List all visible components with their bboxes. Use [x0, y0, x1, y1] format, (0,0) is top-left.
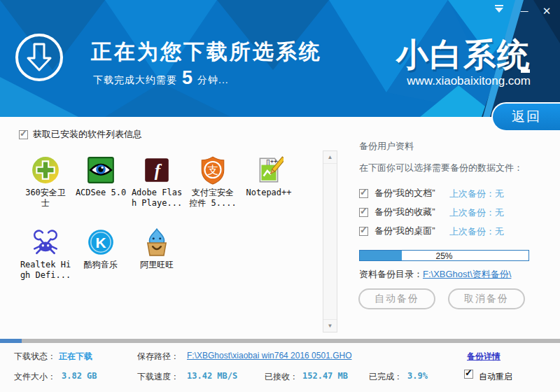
backup-directory-link[interactable]: F:\XBGhost\资料备份\	[423, 268, 511, 281]
last-backup-status: 上次备份：无	[449, 188, 504, 200]
software-list-checkbox-label: 获取已安装的软件列表信息	[33, 128, 142, 141]
ali-wangwang-icon	[142, 227, 172, 257]
last-backup-status: 上次备份：无	[449, 225, 504, 238]
software-item-label: 酷狗音乐	[71, 260, 130, 270]
realtek-audio-icon	[31, 227, 60, 257]
backup-progress-label: 25%	[360, 251, 528, 262]
backup-directory-label: 资料备份目录：	[359, 268, 423, 281]
eta-prefix: 下载完成大约需要	[93, 72, 177, 88]
backup-option-label: 备份“我的收藏”	[374, 206, 435, 218]
auto-backup-button[interactable]: 自动备份	[358, 288, 435, 309]
window-controls: ─ ✕	[494, 3, 554, 20]
software-item[interactable]: Realtek Hi gh Defi...	[16, 227, 75, 281]
software-item-label: 阿里旺旺	[127, 260, 186, 270]
software-item-label: Notepad++	[239, 188, 298, 198]
collapse-window-icon[interactable]	[494, 4, 510, 19]
svg-text:∏++: ∏++	[267, 158, 277, 165]
file-size-value: 3.82 GB	[62, 371, 97, 381]
download-eta: 下载完成大约需要 5 分钟...	[93, 69, 229, 88]
cancel-backup-button[interactable]: 取消备份	[448, 288, 525, 309]
software-item[interactable]: ∏++ Notepad++	[239, 155, 298, 198]
backup-panel-subtitle: 在下面你可以选择需要备份的数据文件：	[359, 162, 523, 174]
backup-option-label: 备份“我的桌面”	[374, 225, 435, 237]
brand-logo: 小白系统	[378, 34, 531, 77]
download-circle-icon	[15, 34, 63, 81]
last-backup-status: 上次备份：无	[449, 206, 504, 219]
acdsee-icon	[86, 155, 115, 185]
brand-website: www.xiaobaixitong.com	[378, 74, 531, 88]
received-value: 152.47 MB	[302, 371, 348, 381]
eta-minutes: 5	[182, 69, 192, 88]
backup-option-favorites: 备份“我的收藏” 上次备份：无	[359, 206, 541, 218]
software-item-label: 360安全卫 士	[16, 188, 75, 209]
close-icon[interactable]: ✕	[539, 4, 554, 19]
auto-restart-label: 自动重启	[479, 371, 512, 383]
download-speed-label: 下载速度：	[137, 371, 179, 383]
status-bar: 下载状态： 正在下载 保存路径： F:\XBGhost\xiaobai win7…	[0, 343, 560, 392]
file-size-label: 文件大小：	[14, 371, 56, 383]
360-safe-icon	[31, 155, 60, 185]
scrollbar-down-icon[interactable]: ▼	[323, 319, 337, 332]
software-list-checkbox[interactable]	[19, 130, 28, 139]
scrollbar-up-icon[interactable]: ▲	[323, 151, 337, 164]
save-path-link[interactable]: F:\XBGhost\xiaobai win764 2016 0501.GHO	[187, 351, 351, 360]
backup-option-documents: 备份“我的文档” 上次备份：无	[359, 187, 541, 200]
backup-option-label: 备份“我的文档”	[374, 187, 435, 200]
backup-favorites-checkbox[interactable]	[359, 208, 368, 217]
header: ─ ✕ 正在为您下载所选系统 下载完成大约需要 5 分钟... 小白系统 www…	[0, 0, 560, 117]
download-speed-value: 13.42 MB/S	[187, 371, 237, 381]
back-button[interactable]: 返回	[491, 102, 560, 132]
svg-text:支: 支	[207, 164, 218, 176]
auto-restart-checkbox[interactable]	[464, 370, 473, 379]
adobe-flash-icon: f	[142, 155, 172, 185]
backup-details-link[interactable]: 备份详情	[467, 351, 500, 363]
software-list-scrollbar[interactable]: ▲ ▼	[323, 150, 337, 332]
software-item[interactable]: K 酷狗音乐	[71, 227, 130, 270]
main-content: 获取已安装的软件列表信息 360安全卫 士	[0, 117, 560, 339]
software-item[interactable]: 支 支付宝安全 控件 5....	[183, 155, 242, 209]
received-label: 已接收：	[265, 371, 298, 383]
backup-desktop-checkbox[interactable]	[359, 227, 368, 236]
download-status-label: 下载状态：	[14, 351, 56, 363]
page-title: 正在为您下载所选系统	[91, 38, 322, 66]
software-item-label: Realtek Hi gh Defi...	[16, 260, 75, 281]
logo-underscore	[521, 69, 530, 73]
software-item-label: 支付宝安全 控件 5....	[183, 188, 242, 209]
software-item[interactable]: 360安全卫 士	[16, 155, 75, 209]
software-item[interactable]: ACDSee 5.0	[71, 155, 130, 198]
minimize-icon[interactable]: ─	[517, 4, 532, 19]
software-list-checkbox-row: 获取已安装的软件列表信息	[19, 128, 142, 141]
download-status-value: 正在下载	[59, 351, 92, 363]
backup-option-desktop: 备份“我的桌面” 上次备份：无	[359, 225, 541, 237]
notepad-plus-icon: ∏++	[254, 155, 284, 185]
software-item[interactable]: f Adobe Flas h Playe...	[127, 155, 186, 209]
alipay-shield-icon: 支	[198, 155, 227, 185]
app-window: ─ ✕ 正在为您下载所选系统 下载完成大约需要 5 分钟... 小白系统 www…	[0, 0, 560, 392]
completed-value: 3.9%	[407, 371, 428, 381]
kugou-music-icon: K	[86, 227, 115, 257]
backup-progress-bar: 25%	[359, 250, 529, 261]
completed-label: 已完成：	[369, 371, 402, 383]
software-item[interactable]: 阿里旺旺	[127, 227, 186, 270]
backup-panel-title: 备份用户资料	[359, 140, 414, 153]
eta-suffix: 分钟...	[197, 72, 229, 88]
software-item-label: ACDSee 5.0	[71, 188, 130, 198]
save-path-label: 保存路径：	[137, 351, 179, 363]
software-item-label: Adobe Flas h Playe...	[127, 188, 186, 209]
backup-documents-checkbox[interactable]	[359, 189, 368, 198]
svg-text:K: K	[95, 234, 106, 251]
